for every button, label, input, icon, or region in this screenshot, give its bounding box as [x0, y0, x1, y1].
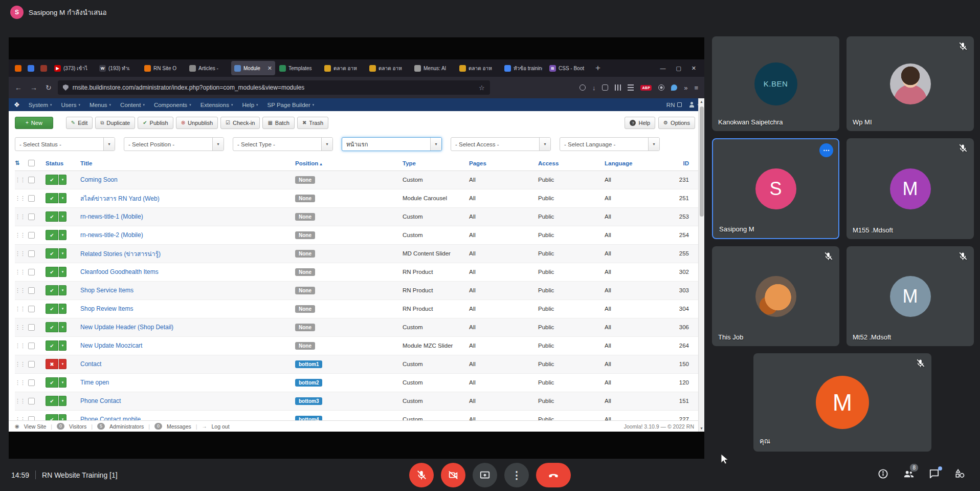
row-checkbox[interactable] [28, 398, 35, 404]
browser-tab[interactable]: Module✕ [231, 61, 275, 75]
new-button[interactable]: +New [15, 117, 53, 129]
column-language[interactable]: Language [605, 160, 632, 166]
minimize-button[interactable]: — [660, 65, 665, 71]
status-caret-button[interactable]: ▾ [59, 414, 66, 420]
menubar-item-menus[interactable]: Menus▾ [85, 98, 116, 111]
app-menu-icon[interactable]: ≡ [694, 84, 698, 92]
reload-button[interactable]: ↻ [46, 83, 52, 92]
row-checkbox[interactable] [28, 177, 35, 183]
reader-list-icon[interactable] [615, 84, 621, 91]
status-toggle-button[interactable]: ✔ [46, 414, 58, 420]
maximize-button[interactable]: ▢ [676, 65, 681, 72]
row-checkbox[interactable] [28, 324, 35, 331]
meeting-details-button[interactable] [877, 468, 889, 482]
highlighter-extension-icon[interactable] [671, 84, 677, 91]
close-window-button[interactable]: ✕ [692, 65, 696, 72]
status-caret-button[interactable]: ▾ [59, 248, 66, 259]
pinned-tab-icon[interactable] [15, 65, 21, 72]
ordering-sort-icon[interactable]: ⇅ [15, 160, 19, 166]
module-title-link[interactable]: rn-news-title-1 (Mobile) [80, 213, 143, 220]
trash-button[interactable]: ✖Trash [297, 117, 328, 129]
module-title-link[interactable]: rn-news-title-2 (Mobile) [80, 231, 143, 239]
status-caret-button[interactable]: ▾ [59, 396, 66, 406]
unpublish-button[interactable]: ⊗Unpublish [176, 117, 218, 129]
menubar-item-users[interactable]: Users▾ [57, 98, 85, 111]
site-name-menu[interactable]: RN [666, 102, 682, 108]
mic-mute-button[interactable] [409, 463, 434, 487]
status-caret-button[interactable]: ▾ [59, 230, 66, 240]
status-toggle-button[interactable]: ✔ [46, 248, 58, 259]
camera-off-button[interactable] [441, 463, 465, 487]
status-caret-button[interactable]: ▾ [59, 377, 66, 388]
scroll-down-icon[interactable]: ▼ [699, 426, 704, 430]
edit-button[interactable]: ✎Edit [66, 117, 93, 129]
filter-select-1[interactable]: - Select Position -▾ [124, 137, 224, 151]
row-checkbox[interactable] [28, 306, 35, 312]
filter-select-3[interactable]: หน้าแรก▾ [342, 137, 442, 151]
participant-tile[interactable]: Wp MI [847, 36, 974, 131]
module-title-link[interactable]: New Update Header (Shop Detail) [80, 324, 173, 331]
module-title-link[interactable]: Time open [80, 379, 109, 386]
tab-close-icon[interactable]: ✕ [268, 65, 272, 72]
menubar-item-help[interactable]: Help▾ [237, 98, 262, 111]
module-title-link[interactable]: สไลด์ข่าวสาร RN Yard (Web) [80, 195, 160, 202]
module-title-link[interactable]: Coming Soon [80, 176, 118, 183]
drag-handle-icon[interactable]: ⋮⋮ [15, 250, 25, 257]
status-caret-button[interactable]: ▾ [59, 175, 66, 185]
filter-select-4[interactable]: - Select Access -▾ [451, 137, 551, 151]
options-button[interactable]: ⚙Options [658, 117, 695, 129]
page-scrollbar[interactable]: ▲ ▼ [698, 98, 704, 432]
batch-button[interactable]: ▦Batch [262, 117, 295, 129]
forward-button[interactable]: → [30, 83, 37, 92]
browser-tab[interactable]: W(193) ทำเ [96, 61, 140, 75]
browser-tab[interactable]: RN Site O [141, 61, 185, 75]
status-toggle-button[interactable]: ✔ [46, 230, 58, 240]
column-access[interactable]: Access [538, 160, 559, 166]
menubar-item-components[interactable]: Components▾ [149, 98, 196, 111]
filter-select-2[interactable]: - Select Type -▾ [233, 137, 333, 151]
row-checkbox[interactable] [28, 379, 35, 386]
activities-button[interactable] [954, 468, 966, 482]
status-toggle-button[interactable]: ✔ [46, 322, 58, 332]
status-caret-button[interactable]: ▾ [59, 359, 66, 369]
more-options-button[interactable]: ⋮ [504, 463, 529, 487]
menubar-item-extensions[interactable]: Extensions▾ [196, 98, 238, 111]
module-title-link[interactable]: Shop Review Items [80, 305, 133, 312]
participants-button[interactable]: 8 [903, 468, 915, 482]
status-toggle-button[interactable]: ✔ [46, 396, 58, 406]
browser-tab[interactable]: BCSS - Boot [546, 61, 590, 75]
library-icon[interactable] [628, 84, 634, 91]
url-field[interactable]: rnsite.buildinstore.com/administrator/in… [58, 80, 490, 95]
help-button[interactable]: ?Help [625, 117, 655, 129]
menubar-item-sp-page-builder[interactable]: SP Page Builder▾ [263, 98, 319, 111]
status-caret-button[interactable]: ▾ [59, 285, 66, 295]
status-toggle-button[interactable]: ✔ [46, 377, 58, 388]
caret-down-icon[interactable]: ▾ [539, 138, 550, 151]
status-toggle-button[interactable]: ✔ [46, 267, 58, 277]
view-site-link[interactable]: View Site [24, 423, 47, 430]
status-caret-button[interactable]: ▾ [59, 304, 66, 314]
row-checkbox[interactable] [28, 232, 35, 239]
adblock-extension-icon[interactable]: ABP [640, 85, 652, 91]
filter-select-5[interactable]: - Select Language -▾ [560, 137, 660, 151]
publish-button[interactable]: ✔Publish [138, 117, 173, 129]
present-button[interactable] [473, 463, 497, 487]
module-title-link[interactable]: Contact [80, 360, 101, 368]
module-title-link[interactable]: New Update Moozicart [80, 342, 142, 349]
browser-tab[interactable]: Articles - [186, 61, 230, 75]
status-toggle-button[interactable]: ✔ [46, 285, 58, 295]
drag-handle-icon[interactable]: ⋮⋮ [15, 361, 25, 367]
row-checkbox[interactable] [28, 250, 35, 257]
column-type[interactable]: Type [403, 160, 416, 166]
drag-handle-icon[interactable]: ⋮⋮ [15, 287, 25, 293]
chat-button[interactable] [928, 468, 940, 482]
participant-tile[interactable]: MMt52 .Mdsoft [847, 246, 974, 346]
row-checkbox[interactable] [28, 416, 35, 420]
caret-down-icon[interactable]: ▾ [212, 138, 224, 151]
leave-call-button[interactable] [536, 463, 571, 487]
drag-handle-icon[interactable]: ⋮⋮ [15, 416, 25, 421]
filter-select-0[interactable]: - Select Status -▾ [15, 137, 115, 151]
caret-down-icon[interactable]: ▾ [430, 138, 441, 151]
row-checkbox[interactable] [28, 343, 35, 349]
column-position[interactable]: Position▴ [295, 160, 322, 166]
